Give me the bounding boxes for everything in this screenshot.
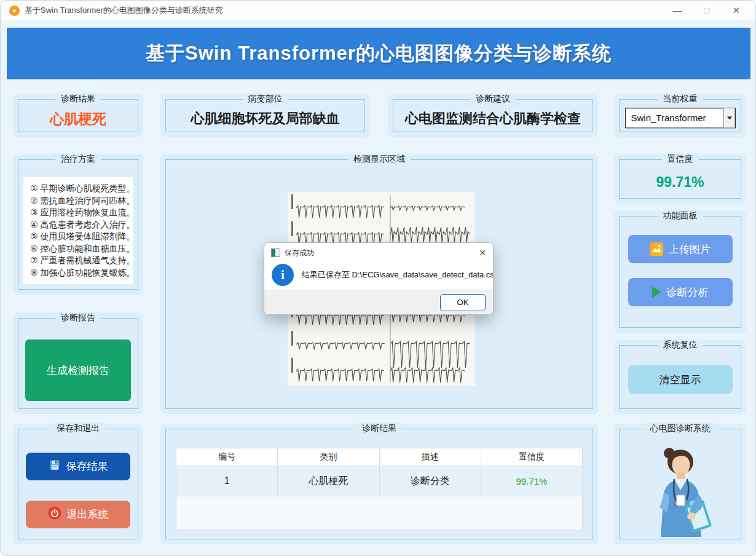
lesion-value: 心肌细胞坏死及局部缺血 [166,106,364,132]
weight-dropdown-button[interactable] [723,108,735,127]
treatment-item: ① 早期诊断心肌梗死类型。 [30,183,133,195]
diagnose-label: 诊断分析 [667,285,709,300]
close-button[interactable]: ✕ [731,5,742,16]
treatment-item: ② 需抗血栓治疗阿司匹林。 [30,195,133,207]
dialog-title: 保存成功 [285,248,314,258]
panel-weight: 当前权重 Swin_Transformer [614,94,746,137]
upload-image-button[interactable]: 上传图片 [628,235,733,263]
generate-report-button[interactable]: 生成检测报告 [25,340,131,401]
weight-legend: 当前权重 [658,93,703,105]
weight-select[interactable]: Swin_Transformer [625,108,736,128]
table-row[interactable]: 1 心肌梗死 诊断分类 99.71% [176,466,582,496]
window-titlebar: ♥ 基于Swin Transformer的心电图图像分类与诊断系统研究 — □ … [1,1,755,20]
clear-display-label: 清空显示 [660,373,701,387]
treatment-list: ① 早期诊断心肌梗死类型。 ② 需抗血栓治疗阿司匹林。 ③ 应用溶栓药物恢复血流… [23,177,133,284]
nurse-illustration [620,445,741,535]
ok-button[interactable]: OK [440,294,486,311]
info-icon: i [272,264,294,286]
power-icon [48,506,61,523]
treatment-item: ⑦ 严重者需机械通气支持。 [30,255,133,267]
diagnose-button[interactable]: 诊断分析 [628,278,733,306]
generate-report-label: 生成检测报告 [47,363,109,378]
page-title: 基于Swin Transformer的心电图图像分类与诊断系统 [146,41,612,66]
panel-confidence: 置信度 99.71% [614,154,746,204]
treatment-legend: 治疗方案 [55,154,101,165]
dialog-app-icon [271,248,280,257]
exit-system-label: 退出系统 [67,507,109,522]
lesion-legend: 病变部位 [243,93,288,105]
app-window: ♥ 基于Swin Transformer的心电图图像分类与诊断系统研究 — □ … [0,0,756,556]
play-icon [652,287,661,298]
table-header-id: 编号 [176,448,278,466]
chevron-down-icon [727,116,732,119]
floppy-disk-icon [49,459,61,474]
header-banner: 基于Swin Transformer的心电图图像分类与诊断系统 [7,28,750,79]
dialog-footer: OK [264,290,493,314]
treatment-item: ⑤ 使用贝塔受体阻滞剂降。 [30,231,133,243]
dialog-message: 结果已保存至 D:\ECG\save_data\save_detect_data… [302,269,494,280]
minimize-button[interactable]: — [672,5,683,16]
upload-image-label: 上传图片 [669,242,711,256]
panel-lesion: 病变部位 心肌细胞坏死及局部缺血 [160,94,370,137]
treatment-item: ④ 高危患者考虑介入治疗。 [30,219,133,231]
treatment-item: ③ 应用溶栓药物恢复血流。 [30,207,133,219]
table-header-description: 描述 [380,448,481,466]
table-header-row: 编号 类别 描述 置信度 [176,448,582,466]
panel-save-exit: 保存和退出 保存结果 [13,424,143,544]
confidence-value: 99.71% [620,166,741,198]
results-table: 编号 类别 描述 置信度 1 心肌梗死 诊断分类 99.71% [176,448,583,530]
display-legend: 检测显示区域 [348,154,411,165]
clear-display-button[interactable]: 清空显示 [628,365,733,394]
window-title: 基于Swin Transformer的心电图图像分类与诊断系统研究 [25,5,223,16]
save-exit-legend: 保存和退出 [51,423,105,434]
picture-icon [650,242,663,256]
treatment-item: ⑥ 控心脏功能和血糖血压。 [30,243,133,255]
exit-system-button[interactable]: 退出系统 [26,501,130,528]
report-legend: 诊断报告 [55,312,101,324]
table-cell-class: 心肌梗死 [278,466,379,496]
table-cell-description: 诊断分类 [380,466,481,496]
save-results-label: 保存结果 [66,459,108,474]
mascot-legend: 心电图诊断系统 [645,423,716,434]
diagnosis-result-legend: 诊断结果 [55,93,101,105]
treatment-item: ⑧ 加强心脏功能恢复锻炼。 [30,267,133,279]
app-heart-icon: ♥ [9,6,20,16]
confidence-legend: 置信度 [662,154,699,165]
save-results-button[interactable]: 保存结果 [26,453,130,480]
panel-diagnosis-result: 诊断结果 心肌梗死 [13,94,143,137]
panel-reset: 系统复位 清空显示 [614,340,746,414]
functions-legend: 功能面板 [658,210,703,221]
table-header-class: 类别 [278,448,379,466]
panel-mascot: 心电图诊断系统 [614,424,746,544]
diagnosis-result-value: 心肌梗死 [18,106,138,132]
reset-legend: 系统复位 [658,340,703,351]
maximize-button[interactable]: □ [701,5,712,16]
panel-functions: 功能面板 上传图片 诊断分析 [614,211,746,333]
table-header-confidence: 置信度 [481,448,582,466]
results-table-legend: 诊断结果 [356,423,402,434]
panel-advice: 诊断建议 心电图监测结合心肌酶学检查 [388,94,598,137]
advice-legend: 诊断建议 [470,93,516,105]
dialog-close-icon[interactable]: ✕ [479,248,486,258]
weight-selected-value: Swin_Transformer [626,113,723,123]
dialog-titlebar: 保存成功 ✕ [264,243,493,263]
table-cell-confidence: 99.71% [481,466,582,496]
advice-value: 心电图监测结合心肌酶学检查 [393,106,593,132]
panel-report: 诊断报告 生成检测报告 [13,313,143,414]
panel-results-table: 诊断结果 编号 类别 描述 置信度 1 心肌梗死 诊断分类 99.71% [160,424,598,544]
save-success-dialog: 保存成功 ✕ i 结果已保存至 D:\ECG\save_data\save_de… [264,242,494,315]
table-cell-id: 1 [176,466,278,496]
panel-treatment: 治疗方案 ① 早期诊断心肌梗死类型。 ② 需抗血栓治疗阿司匹林。 ③ 应用溶栓药… [13,154,143,295]
